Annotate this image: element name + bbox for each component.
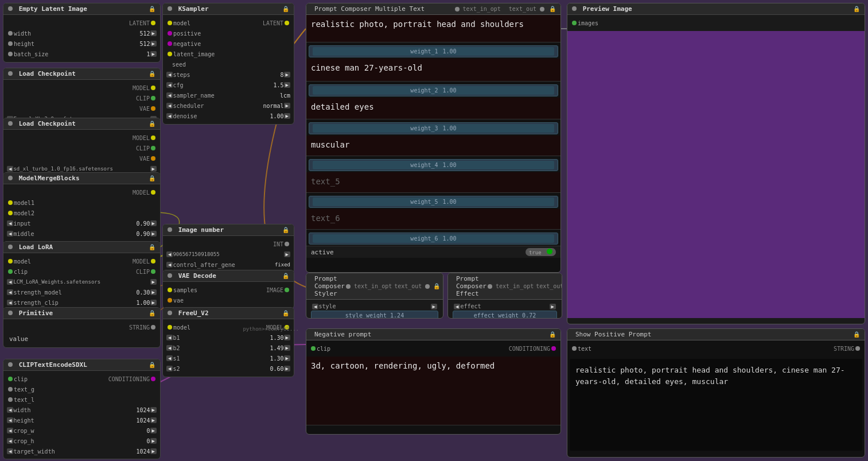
weight-6-bar[interactable]: weight_6 1.00: [309, 233, 558, 245]
text-2-input[interactable]: cinese man 27-years-old: [306, 59, 560, 82]
text-l-port: [8, 397, 13, 402]
ksampler-header: KSampler 🔒: [163, 3, 294, 15]
lock-icon-5[interactable]: 🔒: [149, 310, 155, 316]
styler-in-port: [346, 284, 351, 289]
primitive-out-port: [151, 325, 155, 330]
show-positive-text-display: realistic photo, portrait head and shoul…: [570, 359, 862, 451]
lock-icon-6[interactable]: 🔒: [149, 362, 155, 368]
lock-icon-neg[interactable]: 🔒: [549, 331, 556, 338]
latent-output-row: LATENT: [7, 18, 157, 28]
weight-6-value: 1.00: [443, 235, 457, 242]
primitive-out-row: STRING: [7, 323, 157, 332]
batch-arrow[interactable]: ▶: [150, 51, 157, 57]
text-3-input[interactable]: detailed eyes: [306, 98, 560, 119]
weight-3-label: weight_3: [410, 125, 438, 131]
weight-2-value: 1.00: [443, 87, 457, 94]
lora-model-in-port: [8, 259, 13, 264]
lock-icon[interactable]: 🔒: [149, 6, 155, 12]
preview-image-title: Preview Image: [583, 5, 632, 13]
weight-3-bar[interactable]: weight_3 1.00: [309, 122, 558, 134]
lora-name-right[interactable]: ▶: [150, 279, 157, 285]
lora-model-out-port: [151, 259, 155, 264]
lock-icon-pct[interactable]: 🔒: [549, 6, 556, 12]
height-port: [8, 41, 13, 46]
width-arrow[interactable]: ▶: [150, 30, 157, 36]
fu-b1-row: ◀ b1 1.30 ▶: [166, 333, 290, 342]
input-arrow-left[interactable]: ◀: [7, 220, 13, 226]
empty-latent-image-node: Empty Latent Image 🔒 LATENT width 512 ▶ …: [3, 3, 161, 63]
lock-icon-in[interactable]: 🔒: [282, 227, 289, 233]
effect-arrow-right[interactable]: ▶: [550, 304, 556, 309]
style-arrow-left[interactable]: ◀: [312, 304, 318, 309]
weight-3-value: 1.00: [443, 125, 457, 131]
lock-icon-4[interactable]: 🔒: [149, 244, 155, 250]
text-6-input[interactable]: text_6: [306, 209, 560, 230]
sc-right[interactable]: ▶: [150, 300, 157, 305]
negative-prompt-title: Negative prompt: [314, 331, 371, 338]
ks-seed-row: seed: [166, 60, 290, 69]
effect-weight-bar[interactable]: effect_weight 0.72: [453, 311, 557, 319]
weight-4-bar[interactable]: weight_4 1.00: [309, 159, 558, 171]
lock-icon-ks[interactable]: 🔒: [282, 6, 289, 12]
sc-left[interactable]: ◀: [7, 300, 13, 305]
lora-name-left[interactable]: ◀: [7, 279, 13, 285]
active-toggle[interactable]: true: [526, 248, 556, 256]
node-dot-2: [8, 121, 13, 126]
style-arrow-right[interactable]: ▶: [431, 304, 437, 309]
node-dot: [8, 6, 13, 11]
lock-icon-2[interactable]: 🔒: [149, 121, 155, 127]
vd-image-out-port: [285, 288, 289, 292]
sm-right[interactable]: ▶: [150, 289, 157, 295]
text_l-row: text_l: [7, 395, 157, 404]
height-arrow[interactable]: ▶: [150, 41, 157, 47]
effect-weight-label: effect_weight 0.72: [474, 312, 536, 319]
lock-icon-vd[interactable]: 🔒: [282, 273, 289, 279]
text-1-input[interactable]: realistic photo, portrait head and shoul…: [306, 15, 560, 42]
show-positive-header: Show Positive Prompt 🔒: [567, 329, 865, 340]
lock-icon-spp[interactable]: 🔒: [853, 331, 860, 338]
load-checkpoint-2-header: Load Checkpoint 🔒: [3, 118, 160, 130]
sm-left[interactable]: ◀: [7, 289, 13, 295]
middle-arrow-right[interactable]: ▶: [150, 231, 157, 237]
toggle-circle: [547, 249, 552, 254]
effect-arrow-left[interactable]: ◀: [454, 304, 460, 309]
lock-icon-1[interactable]: 🔒: [149, 71, 155, 77]
input-arrow-right[interactable]: ▶: [150, 220, 157, 226]
clip-out-row-2: CLIP: [7, 144, 157, 153]
ckpt2-arrow-left[interactable]: ◀: [7, 166, 13, 172]
preview-images-port: [572, 21, 577, 25]
negative-prompt-text[interactable]: 3d, cartoon, rendering, ugly, deformed: [306, 357, 560, 425]
targeth-row: ◀ target_height 1024 ▶: [7, 457, 157, 459]
styler-out-label: text_out: [394, 283, 422, 289]
weight-2-bar[interactable]: weight_2 1.00: [309, 84, 558, 96]
node-dot-vd: [168, 273, 172, 278]
node-dot-ks: [168, 6, 172, 11]
ks-sampler-row: ◀ sampler_name lcm: [166, 91, 290, 100]
lock-icon-3[interactable]: 🔒: [149, 175, 155, 181]
ks-latent-row: latent_image: [166, 49, 290, 59]
text-4-input[interactable]: muscular: [306, 135, 560, 156]
weight-1-bar[interactable]: weight_1 1.00: [309, 45, 558, 57]
ckpt2-arrow-right[interactable]: ▶: [150, 166, 157, 172]
load-checkpoint-1-title: Load Checkpoint: [19, 70, 76, 78]
node-dot-3: [8, 176, 13, 180]
lock-icon-fu[interactable]: 🔒: [282, 310, 289, 316]
lock-icon-preview[interactable]: 🔒: [853, 6, 860, 12]
middle-arrow-left[interactable]: ◀: [7, 231, 13, 237]
effect-dropdown-row: ◀ effect ▶: [454, 303, 556, 309]
preview-image-node: Preview Image 🔒 images: [567, 3, 865, 324]
prompt-composer-styler-node: Prompt Composer Styler text_in_opt text_…: [306, 273, 443, 319]
node-dot: [8, 71, 13, 76]
text-in-port: [455, 7, 460, 11]
weight-5-bar[interactable]: weight_5 1.00: [309, 196, 558, 208]
ks-cfg-row: ◀ cfg 1.5 ▶: [166, 80, 290, 90]
primitive-title: Primitive: [19, 309, 53, 317]
ks-steps-row: ◀ steps 8 ▶: [166, 70, 290, 79]
text-5-input[interactable]: text_5: [306, 172, 560, 193]
fu-s2-row: ◀ s2 0.60 ▶: [166, 364, 290, 373]
model1-row: model1: [7, 198, 157, 207]
lora-model-in: model MODEL: [7, 257, 157, 266]
ksampler-title: KSampler: [178, 5, 209, 13]
lock-icon-styler[interactable]: 🔒: [433, 283, 440, 289]
style-weight-bar[interactable]: style_weight 1.24: [311, 311, 438, 319]
